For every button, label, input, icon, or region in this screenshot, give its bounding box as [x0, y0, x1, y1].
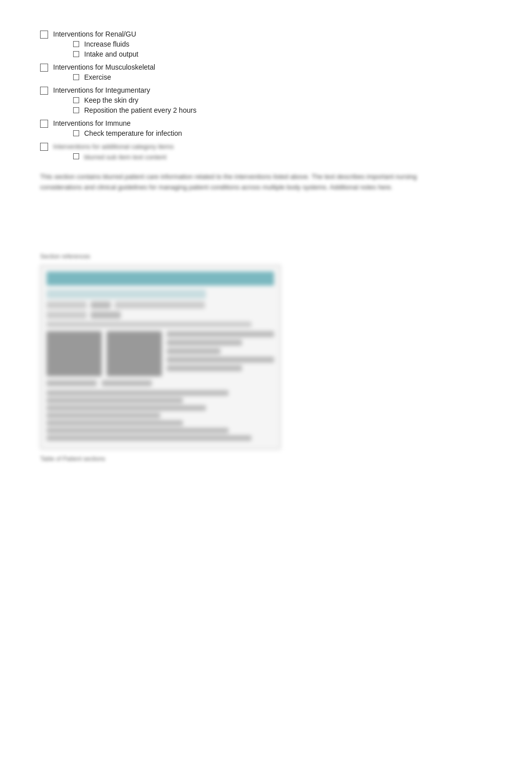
form-row-2 [47, 312, 274, 319]
sub-item-intake-output: Intake and output [73, 50, 138, 58]
form-text-line-1 [167, 331, 274, 337]
form-text-line-2 [167, 340, 242, 346]
sub-list-musculo: Exercise [73, 73, 155, 81]
sub-item-blurred: blurred sub item text content [73, 152, 174, 161]
form-label-2 [47, 312, 87, 319]
list-item-immune: Interventions for Immune Check temperatu… [40, 119, 491, 139]
form-sub-bar [47, 290, 206, 299]
form-text-line-5 [167, 365, 242, 371]
form-separator-line [47, 322, 251, 327]
sub-list-blurred: blurred sub item text content [73, 152, 174, 161]
form-list-line-4 [47, 413, 160, 418]
lower-footer: Table of Patient sections [40, 455, 491, 462]
list-item-immune-label: Interventions for Immune [53, 119, 131, 127]
form-list-line-5 [47, 420, 183, 426]
form-image-area [47, 331, 274, 376]
sub-item-skin-dry-label: Keep the skin dry [84, 96, 138, 104]
lower-section-title: Section references [40, 253, 491, 260]
sub-bullet-icon [73, 51, 79, 57]
sub-bullet-icon [73, 41, 79, 47]
form-caption-1 [47, 380, 97, 386]
form-text-line-4 [167, 357, 274, 363]
form-list-line-1 [47, 390, 228, 396]
form-caption-row [47, 380, 274, 386]
sub-item-check-temp-label: Check temperature for infection [84, 129, 182, 137]
sub-item-exercise-label: Exercise [84, 73, 111, 81]
form-box [40, 265, 281, 449]
form-list-line-7 [47, 435, 251, 441]
bullet-icon-integumentary [40, 87, 48, 95]
form-label-1 [47, 302, 87, 309]
sub-bullet-icon [73, 74, 79, 80]
sub-list-immune: Check temperature for infection [73, 129, 182, 137]
sub-item-exercise: Exercise [73, 73, 155, 81]
list-item-musculo-label: Interventions for Musculoskeletal [53, 63, 155, 71]
list-item-integumentary: Interventions for Integumentary Keep the… [40, 86, 491, 116]
form-value-3 [91, 312, 121, 319]
list-item-blurred-label: Interventions for additional category it… [53, 143, 174, 150]
lower-section: Section references [40, 253, 491, 462]
sub-bullet-icon [73, 107, 79, 113]
list-item-blurred: Interventions for additional category it… [40, 142, 491, 163]
form-header-bar [47, 272, 274, 286]
list-item-renal-label: Interventions for Renal/GU [53, 30, 136, 38]
list-item-musculo: Interventions for Musculoskeletal Exerci… [40, 63, 491, 83]
form-list-line-6 [47, 428, 228, 433]
sub-item-reposition-label: Reposition the patient every 2 hours [84, 106, 196, 114]
form-image-1 [47, 331, 102, 376]
main-bullet-list: Interventions for Renal/GU Increase flui… [40, 30, 491, 163]
sub-item-check-temp: Check temperature for infection [73, 129, 182, 137]
sub-item-blurred-label: blurred sub item text content [84, 153, 166, 161]
form-value-2 [115, 302, 205, 309]
form-image-2 [107, 331, 162, 376]
form-text-line-3 [167, 348, 220, 354]
form-caption-2 [102, 380, 152, 386]
form-list-line-2 [47, 398, 183, 403]
list-item-renal: Interventions for Renal/GU Increase flui… [40, 30, 491, 60]
bullet-icon-immune [40, 120, 48, 128]
bullet-icon-blurred [40, 143, 48, 151]
sub-bullet-icon [73, 97, 79, 103]
form-value-1 [91, 302, 111, 309]
blurred-paragraph: This section contains blurred patient ca… [40, 172, 441, 193]
sub-item-intake-output-label: Intake and output [84, 50, 138, 58]
form-list-blurred [47, 390, 274, 441]
sub-bullet-icon [73, 130, 79, 136]
form-image-text [167, 331, 274, 376]
sub-list-renal: Increase fluids Intake and output [73, 40, 138, 58]
bullet-icon-renal [40, 31, 48, 39]
sub-item-reposition: Reposition the patient every 2 hours [73, 106, 196, 114]
sub-list-integumentary: Keep the skin dry Reposition the patient… [73, 96, 196, 114]
list-item-integumentary-label: Interventions for Integumentary [53, 86, 150, 94]
main-content: Interventions for Renal/GU Increase flui… [40, 30, 491, 462]
sub-item-increase-fluids: Increase fluids [73, 40, 138, 48]
form-row-1 [47, 302, 274, 309]
bullet-icon-musculo [40, 64, 48, 72]
sub-item-skin-dry: Keep the skin dry [73, 96, 196, 104]
sub-item-increase-fluids-label: Increase fluids [84, 40, 129, 48]
form-list-line-3 [47, 405, 206, 411]
sub-bullet-icon [73, 153, 79, 159]
